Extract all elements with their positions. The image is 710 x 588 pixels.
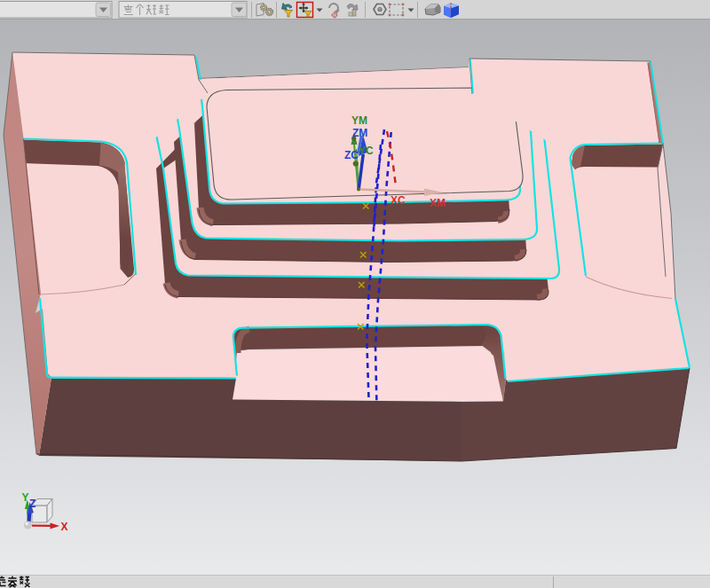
svg-text:ZM: ZM [352,127,367,139]
svg-text:XM: XM [430,197,446,209]
svg-text:YM: YM [351,114,367,127]
svg-text:X: X [61,521,68,533]
svg-text:ZC: ZC [344,149,359,161]
svg-text:Y: Y [22,491,29,504]
svg-text:YC: YC [359,145,374,157]
svg-text:XC: XC [390,194,406,207]
svg-text:Z: Z [29,498,36,510]
